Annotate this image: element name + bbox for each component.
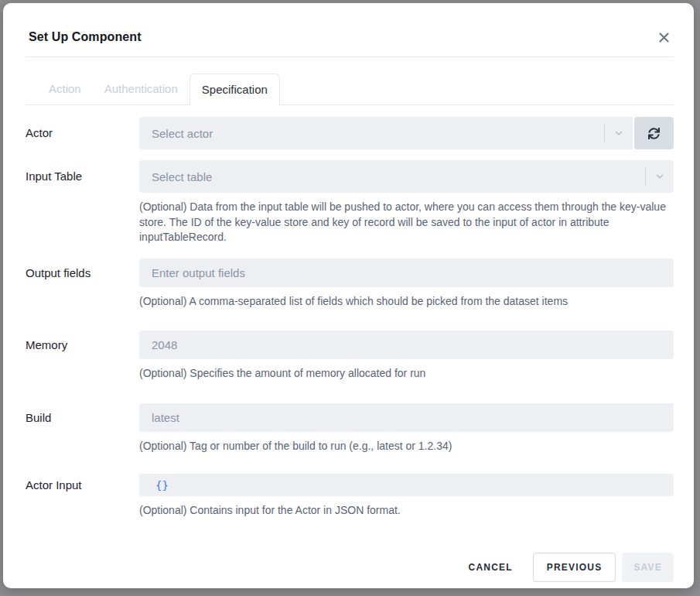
cancel-button[interactable]: CANCEL	[466, 553, 516, 582]
chevron-down-icon	[654, 171, 665, 182]
input-table-label: Input Table	[26, 160, 139, 184]
setup-component-modal: Set Up Component Action Authentication S…	[3, 3, 694, 588]
input-table-select-placeholder: Select table	[139, 170, 645, 183]
form-row-output-fields: Output fields (Optional) A comma-separat…	[26, 259, 674, 310]
tab-bar: Action Authentication Specification	[26, 74, 674, 105]
form-row-actor-input: Actor Input {} (Optional) Contains input…	[26, 474, 674, 519]
build-help: (Optional) Tag or number of the build to…	[139, 439, 674, 454]
tab-authentication[interactable]: Authentication	[93, 74, 190, 104]
specification-form: Actor Select actor	[26, 117, 674, 519]
close-icon[interactable]	[657, 31, 671, 44]
actor-label: Actor	[26, 117, 139, 141]
form-row-build: Build (Optional) Tag or number of the bu…	[26, 403, 674, 454]
form-row-memory: Memory (Optional) Specifies the amount o…	[26, 331, 674, 382]
actor-select[interactable]: Select actor	[139, 117, 633, 149]
memory-input[interactable]	[139, 331, 674, 359]
actor-input-json-value: {}	[155, 479, 169, 492]
tab-action[interactable]: Action	[37, 74, 93, 104]
select-divider	[645, 166, 646, 187]
output-fields-input[interactable]	[139, 259, 674, 287]
tab-specification[interactable]: Specification	[190, 74, 280, 105]
modal-footer: CANCEL PREVIOUS SAVE	[26, 553, 674, 582]
modal-header: Set Up Component	[26, 3, 674, 57]
input-table-select[interactable]: Select table	[139, 160, 674, 193]
select-divider	[604, 123, 605, 143]
input-table-help: (Optional) Data from the input table wil…	[139, 200, 674, 245]
build-label: Build	[26, 403, 139, 426]
form-row-input-table: Input Table Select table (Optional) Data…	[26, 160, 674, 245]
output-fields-help: (Optional) A comma-separated list of fie…	[139, 294, 674, 310]
close-x-glyph	[659, 33, 669, 43]
memory-help: (Optional) Specifies the amount of memor…	[139, 366, 674, 382]
input-table-select-caret[interactable]	[645, 160, 674, 193]
output-fields-label: Output fields	[26, 259, 139, 281]
previous-button[interactable]: PREVIOUS	[533, 553, 616, 582]
actor-select-placeholder: Select actor	[139, 127, 604, 140]
chevron-down-icon	[613, 128, 624, 139]
form-row-actor: Actor Select actor	[26, 117, 674, 149]
actor-input-help: (Optional) Contains input for the Actor …	[139, 503, 674, 519]
build-input[interactable]	[139, 403, 674, 432]
actor-input-json-editor[interactable]: {}	[139, 474, 674, 496]
modal-title: Set Up Component	[29, 29, 142, 46]
memory-label: Memory	[26, 331, 139, 353]
refresh-actors-button[interactable]	[634, 117, 674, 149]
save-button[interactable]: SAVE	[622, 553, 674, 582]
refresh-icon	[648, 128, 660, 139]
actor-input-label: Actor Input	[26, 474, 139, 493]
actor-select-caret[interactable]	[604, 117, 633, 149]
